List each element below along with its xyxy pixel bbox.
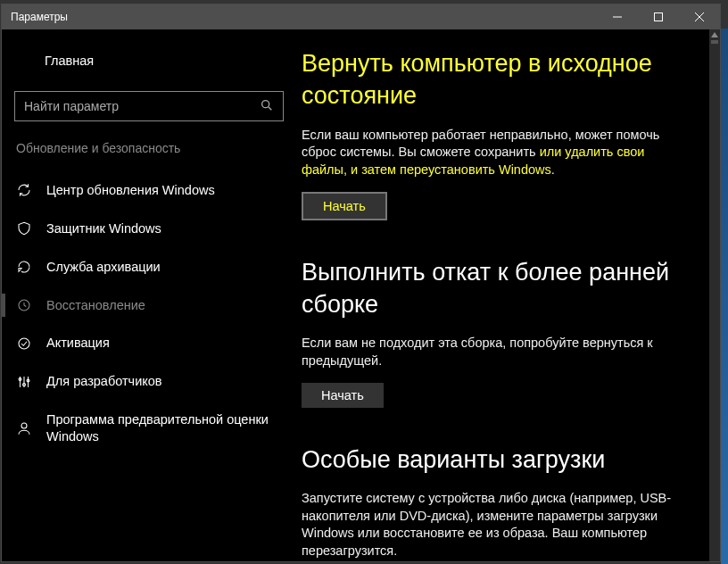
section-title-rollback: Выполнить откат к более ранней сборке (302, 256, 686, 321)
shield-icon (16, 220, 32, 236)
home-label: Главная (45, 54, 94, 68)
content-area: Вернуть компьютер в исходное состояние Е… (296, 29, 720, 561)
sidebar-item-label: Служба архивации (46, 259, 161, 276)
sidebar-item-defender[interactable]: Защитник Windows (14, 210, 284, 248)
reset-description: Если ваш компьютер работает неправильно,… (302, 127, 686, 179)
window-body: Главная Обновление и безопасность Центр … (2, 29, 720, 561)
sidebar-item-backup[interactable]: Служба архивации (14, 248, 284, 286)
sync-icon (16, 182, 32, 198)
gear-icon (16, 51, 32, 70)
search-box[interactable] (14, 91, 284, 121)
section-label: Обновление и безопасность (14, 141, 284, 155)
search-icon (260, 98, 274, 115)
rollback-description: Если вам не подходит эта сборка, попробу… (302, 335, 686, 369)
home-button[interactable]: Главная (14, 46, 284, 75)
section-title-advanced: Особые варианты загрузки (302, 444, 686, 476)
maximize-button[interactable] (638, 4, 679, 29)
sidebar-item-insider[interactable]: Программа предварительной оценки Windows (14, 401, 284, 456)
backup-icon (16, 259, 32, 275)
desktop-background-strip (721, 29, 728, 564)
sidebar-item-label: Защитник Windows (46, 220, 161, 237)
svg-line-6 (269, 107, 271, 110)
sidebar-item-recovery[interactable]: Восстановление (2, 286, 284, 325)
history-icon (16, 297, 32, 313)
check-circle-icon (16, 336, 32, 352)
sidebar-item-label: Для разработчиков (46, 373, 162, 390)
svg-point-8 (19, 338, 29, 349)
titlebar[interactable]: Параметры (2, 4, 720, 29)
window-title: Параметры (11, 11, 597, 23)
svg-point-5 (262, 100, 269, 107)
scrollbar-thumb[interactable] (711, 40, 718, 44)
close-button[interactable] (679, 4, 720, 29)
sidebar: Главная Обновление и безопасность Центр … (2, 29, 296, 561)
search-input[interactable] (24, 99, 260, 113)
person-icon (16, 420, 32, 436)
scroll-up-icon[interactable] (709, 29, 720, 40)
sidebar-item-developers[interactable]: Для разработчиков (14, 362, 284, 401)
svg-point-15 (21, 423, 27, 428)
section-title-reset: Вернуть компьютер в исходное состояние (302, 47, 686, 112)
advanced-description: Запустите систему с устройства либо диск… (302, 490, 686, 560)
svg-rect-1 (655, 13, 663, 21)
settings-window: Параметры Главная Обновление (1, 4, 721, 562)
minimize-button[interactable] (597, 4, 638, 29)
sidebar-item-label: Центр обновления Windows (46, 182, 215, 199)
vertical-scrollbar[interactable] (709, 29, 720, 561)
sidebar-item-label: Активация (46, 335, 110, 352)
sidebar-item-activation[interactable]: Активация (14, 324, 284, 362)
reset-start-button[interactable]: Начать (302, 192, 387, 220)
rollback-start-button[interactable]: Начать (302, 383, 384, 408)
sliders-icon (16, 374, 32, 390)
sidebar-item-label: Программа предварительной оценки Windows (46, 411, 282, 445)
sidebar-item-windows-update[interactable]: Центр обновления Windows (14, 171, 284, 210)
sidebar-item-label: Восстановление (46, 297, 145, 314)
